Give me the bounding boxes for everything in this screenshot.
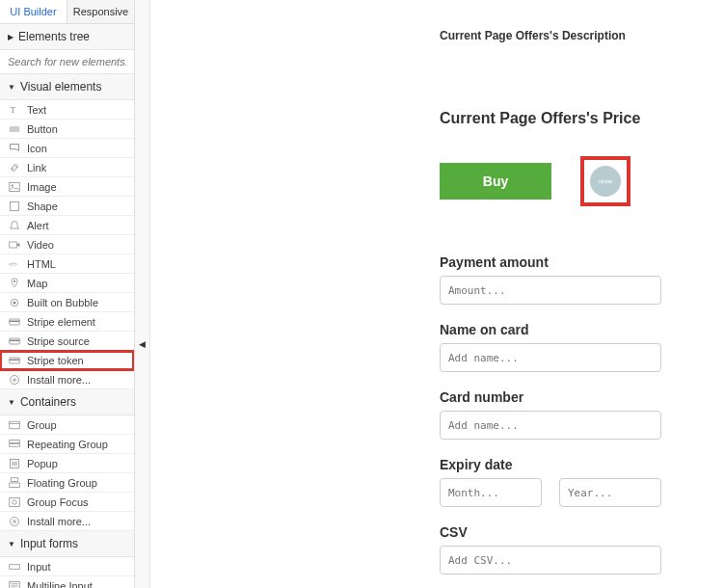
- stripe-icon: [8, 354, 21, 367]
- element-shape[interactable]: Shape: [0, 197, 134, 216]
- element-label: Icon: [27, 143, 47, 154]
- element-stripe-element[interactable]: Stripe element: [0, 312, 134, 332]
- section-containers[interactable]: ▼ Containers: [0, 389, 134, 415]
- stripe-token-element[interactable]: stripe: [580, 156, 630, 206]
- icon-icon: [8, 142, 21, 155]
- svg-rect-11: [10, 320, 20, 322]
- element-label: Map: [27, 278, 47, 289]
- name-input[interactable]: [440, 343, 661, 372]
- element-label: Group Focus: [27, 496, 89, 508]
- element-label: Repeating Group: [27, 439, 108, 450]
- section-visual-elements[interactable]: ▼ Visual elements: [0, 74, 134, 100]
- image-icon: [8, 180, 21, 194]
- section-label: Elements tree: [18, 30, 90, 43]
- video-icon: [8, 238, 21, 252]
- section-label: Containers: [20, 395, 76, 409]
- element-label: Multiline Input: [27, 580, 93, 589]
- canvas: Current Page Offers's Description Curren…: [150, 0, 724, 588]
- element-group[interactable]: Group: [0, 415, 134, 435]
- element-text[interactable]: TText: [0, 100, 134, 120]
- focus-icon: [8, 495, 21, 509]
- element-icon[interactable]: Icon: [0, 139, 134, 158]
- year-input[interactable]: [559, 478, 661, 507]
- amount-input[interactable]: [440, 276, 661, 305]
- svg-text:T: T: [11, 105, 16, 115]
- element-popup[interactable]: Popup: [0, 454, 134, 473]
- element-label: Video: [27, 239, 54, 251]
- link-icon: [8, 161, 21, 174]
- svg-text:</>: </>: [9, 261, 17, 267]
- element-label: Stripe token: [27, 355, 84, 366]
- element-alert[interactable]: Alert: [0, 216, 134, 235]
- element-multiline-input[interactable]: Multiline Input: [0, 576, 134, 588]
- text-icon: T: [8, 103, 21, 117]
- bubble-icon: [8, 296, 21, 309]
- element-label: Image: [27, 181, 57, 193]
- input-icon: [8, 560, 21, 574]
- stripe-icon: [8, 334, 21, 348]
- buy-button[interactable]: Buy: [440, 163, 551, 200]
- tab-responsive[interactable]: Responsive: [67, 0, 134, 23]
- element-label: Built on Bubble: [27, 297, 98, 308]
- element-button[interactable]: Button: [0, 120, 134, 139]
- card-input[interactable]: [440, 411, 661, 440]
- svg-rect-15: [10, 359, 20, 361]
- month-input[interactable]: [440, 478, 542, 507]
- tab-ui-builder[interactable]: UI Builder: [0, 0, 67, 23]
- element-stripe-source[interactable]: Stripe source: [0, 332, 134, 351]
- svg-rect-24: [10, 497, 20, 506]
- repeat-icon: [8, 438, 21, 451]
- sidebar: UI Builder Responsive ▶ Elements tree ▼ …: [0, 0, 135, 588]
- element-repeating-group[interactable]: Repeating Group: [0, 435, 134, 454]
- stripe-icon: stripe: [590, 166, 621, 197]
- element-label: Popup: [27, 458, 58, 469]
- svg-rect-13: [10, 339, 20, 341]
- chevron-down-icon: ▼: [8, 83, 15, 92]
- price-text: Current Page Offers's Price: [440, 110, 705, 127]
- chevron-down-icon: ▼: [8, 398, 15, 407]
- svg-rect-21: [12, 461, 17, 466]
- plus-icon: [8, 373, 21, 387]
- amount-label: Payment amount: [440, 254, 705, 270]
- element-install-more-[interactable]: Install more...: [0, 370, 134, 389]
- element-input[interactable]: Input: [0, 557, 134, 576]
- element-install-more-[interactable]: Install more...: [0, 512, 134, 531]
- element-floating-group[interactable]: Floating Group: [0, 473, 134, 493]
- section-input-forms[interactable]: ▼ Input forms: [0, 531, 134, 557]
- element-label: Text: [27, 104, 46, 116]
- element-label: Link: [27, 162, 46, 174]
- search-row: [0, 50, 134, 74]
- svg-rect-22: [11, 477, 18, 481]
- svg-point-9: [13, 301, 16, 304]
- description-text: Current Page Offers's Description: [440, 29, 705, 42]
- popup-icon: [8, 457, 21, 470]
- element-group-focus[interactable]: Group Focus: [0, 493, 134, 512]
- plus-icon: [8, 515, 21, 528]
- svg-rect-1: [10, 126, 20, 132]
- panel-divider[interactable]: ◀: [135, 0, 150, 588]
- csv-input[interactable]: [440, 546, 661, 575]
- element-video[interactable]: Video: [0, 235, 134, 254]
- svg-rect-23: [10, 483, 20, 488]
- element-map[interactable]: Map: [0, 274, 134, 293]
- section-label: Visual elements: [20, 80, 102, 94]
- element-link[interactable]: Link: [0, 158, 134, 177]
- chevron-down-icon: ▼: [8, 540, 15, 548]
- element-label: Install more...: [27, 374, 91, 386]
- search-input[interactable]: [8, 56, 126, 67]
- element-built-on-bubble[interactable]: Built on Bubble: [0, 293, 134, 312]
- svg-point-3: [12, 184, 13, 186]
- element-stripe-token[interactable]: Stripe token: [0, 351, 134, 370]
- svg-rect-2: [10, 182, 20, 191]
- element-image[interactable]: Image: [0, 177, 134, 197]
- svg-point-7: [13, 280, 15, 281]
- chevron-right-icon: ▶: [8, 33, 13, 41]
- element-html[interactable]: </>HTML: [0, 254, 134, 274]
- csv-label: CSV: [440, 524, 705, 540]
- expiry-label: Expiry date: [440, 457, 705, 472]
- element-label: Input: [27, 561, 50, 573]
- section-elements-tree[interactable]: ▶ Elements tree: [0, 24, 134, 50]
- element-label: Button: [27, 123, 58, 135]
- html-icon: </>: [8, 257, 21, 271]
- section-label: Input forms: [20, 537, 78, 550]
